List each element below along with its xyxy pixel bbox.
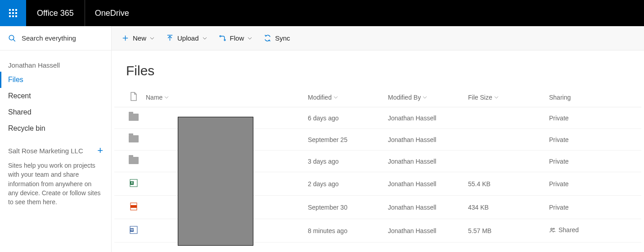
svg-point-15 bbox=[220, 36, 221, 37]
svg-text:W: W bbox=[131, 228, 134, 231]
modified-cell: 3 days ago bbox=[304, 151, 384, 172]
chevron-down-icon bbox=[150, 36, 154, 41]
folder-icon bbox=[129, 114, 139, 121]
svg-rect-0 bbox=[9, 9, 11, 11]
sharing-cell: Private bbox=[545, 107, 641, 129]
modified-by-cell: Jonathan Hassell bbox=[384, 107, 464, 129]
search-box[interactable]: Search everything bbox=[0, 26, 111, 50]
svg-point-16 bbox=[224, 39, 225, 41]
command-bar: New Upload Flow Sync bbox=[112, 26, 644, 50]
file-icon bbox=[130, 92, 137, 101]
sites-help-text: Sites help you work on projects with you… bbox=[0, 157, 111, 206]
modified-by-cell: Jonathan Hassell bbox=[384, 196, 464, 219]
flow-button[interactable]: Flow bbox=[219, 34, 252, 42]
column-icon bbox=[114, 87, 142, 107]
search-placeholder: Search everything bbox=[22, 34, 76, 42]
sync-button[interactable]: Sync bbox=[264, 34, 290, 42]
app-launcher-button[interactable] bbox=[0, 0, 26, 26]
folder-icon bbox=[129, 135, 139, 142]
people-icon bbox=[549, 227, 556, 234]
svg-rect-5 bbox=[15, 12, 17, 14]
column-sharing[interactable]: Sharing bbox=[545, 87, 641, 107]
modified-by-cell: Jonathan Hassell bbox=[384, 172, 464, 196]
size-cell bbox=[464, 151, 545, 172]
sharing-cell: Shared bbox=[545, 219, 641, 243]
owner-name: Jonathan Hassell bbox=[0, 57, 111, 72]
column-name[interactable]: Name bbox=[142, 87, 304, 107]
size-cell bbox=[464, 129, 545, 151]
modified-cell: 8 minutes ago bbox=[304, 219, 384, 243]
add-site-button[interactable]: + bbox=[97, 147, 103, 155]
modified-cell: September 25 bbox=[304, 129, 384, 151]
svg-rect-6 bbox=[9, 15, 11, 17]
sharing-cell: Private bbox=[545, 172, 641, 196]
chevron-down-icon bbox=[494, 95, 499, 100]
svg-point-26 bbox=[553, 228, 554, 229]
size-cell: 55.4 KB bbox=[464, 172, 545, 196]
suite-brand[interactable]: Office 365 bbox=[26, 0, 85, 26]
app-name[interactable]: OneDrive bbox=[85, 9, 139, 18]
sharing-cell: Private bbox=[545, 196, 641, 219]
modified-by-cell: Jonathan Hassell bbox=[384, 219, 464, 243]
modified-by-cell: Jonathan Hassell bbox=[384, 151, 464, 172]
size-cell bbox=[464, 107, 545, 129]
upload-icon bbox=[166, 34, 174, 42]
shared-indicator: Shared bbox=[549, 226, 579, 234]
modified-cell: September 30 bbox=[304, 196, 384, 219]
modified-by-cell: Jonathan Hassell bbox=[384, 129, 464, 151]
plus-icon bbox=[122, 34, 129, 42]
chevron-down-icon bbox=[423, 95, 427, 100]
svg-rect-8 bbox=[15, 15, 17, 17]
chevron-down-icon bbox=[248, 36, 252, 41]
sidebar: Search everything Jonathan Hassell Files… bbox=[0, 26, 112, 252]
new-button[interactable]: New bbox=[122, 34, 154, 42]
table-header-row: Name Modified Modified By File Size Shar… bbox=[114, 87, 641, 107]
nav-item-recycle-bin[interactable]: Recycle bin bbox=[0, 120, 111, 137]
excel-icon: X bbox=[129, 179, 139, 188]
new-label: New bbox=[133, 34, 146, 42]
chevron-down-icon bbox=[203, 36, 207, 41]
folder-icon bbox=[129, 157, 139, 164]
waffle-icon bbox=[9, 9, 18, 18]
svg-line-10 bbox=[13, 39, 15, 41]
svg-rect-1 bbox=[12, 9, 14, 11]
svg-point-9 bbox=[9, 35, 14, 40]
svg-rect-3 bbox=[9, 12, 11, 14]
column-modified-by[interactable]: Modified By bbox=[384, 87, 464, 107]
column-modified[interactable]: Modified bbox=[304, 87, 384, 107]
flow-icon bbox=[219, 34, 226, 42]
svg-point-25 bbox=[551, 228, 553, 230]
modified-cell: 6 days ago bbox=[304, 107, 384, 129]
flow-label: Flow bbox=[230, 34, 244, 42]
sharing-cell: Private bbox=[545, 151, 641, 172]
chevron-down-icon bbox=[333, 95, 338, 100]
nav-list: Files Recent Shared Recycle bin bbox=[0, 72, 111, 137]
size-cell: 5.57 MB bbox=[464, 219, 545, 243]
sharing-cell: Private bbox=[545, 129, 641, 151]
redacted-names-overlay bbox=[178, 117, 253, 246]
sites-header: Salt Rose Marketing LLC + bbox=[0, 138, 111, 157]
nav-item-shared[interactable]: Shared bbox=[0, 104, 111, 120]
svg-text:X: X bbox=[131, 181, 133, 184]
column-size[interactable]: File Size bbox=[464, 87, 545, 107]
suite-header: Office 365 OneDrive bbox=[0, 0, 644, 26]
nav-item-files[interactable]: Files bbox=[0, 72, 111, 88]
svg-rect-4 bbox=[12, 12, 14, 14]
upload-button[interactable]: Upload bbox=[166, 34, 207, 42]
nav-item-recent[interactable]: Recent bbox=[0, 88, 111, 104]
svg-rect-2 bbox=[15, 9, 17, 11]
word-icon: W bbox=[129, 225, 139, 234]
modified-cell: 2 days ago bbox=[304, 172, 384, 196]
sync-label: Sync bbox=[275, 34, 290, 42]
svg-rect-21 bbox=[131, 205, 137, 208]
sync-icon bbox=[264, 34, 271, 42]
chevron-down-icon bbox=[164, 95, 169, 100]
sites-title[interactable]: Salt Rose Marketing LLC bbox=[8, 147, 83, 155]
size-cell: 434 KB bbox=[464, 196, 545, 219]
svg-rect-7 bbox=[12, 15, 14, 17]
upload-label: Upload bbox=[177, 34, 199, 42]
search-icon bbox=[8, 34, 16, 42]
page-title: Files bbox=[112, 50, 644, 87]
pdf-icon bbox=[129, 202, 139, 211]
